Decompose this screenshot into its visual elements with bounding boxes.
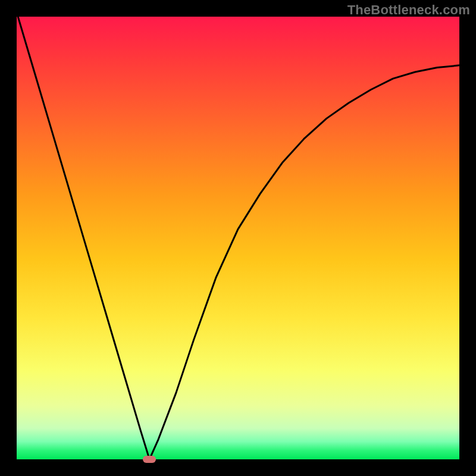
curve-svg xyxy=(17,17,459,459)
bottleneck-curve xyxy=(17,12,459,459)
watermark-text: TheBottleneck.com xyxy=(347,2,470,18)
optimum-marker xyxy=(143,456,156,463)
plot-area xyxy=(17,17,459,459)
chart-frame: TheBottleneck.com xyxy=(0,0,476,476)
